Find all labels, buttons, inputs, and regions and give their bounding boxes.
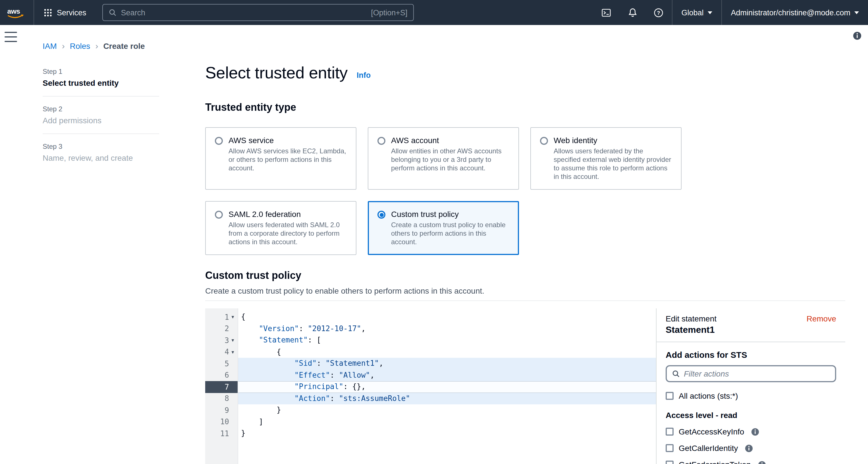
radio-button[interactable]: [540, 137, 548, 145]
help-button[interactable]: ?: [646, 0, 672, 25]
breadcrumb: IAM Roles Create role: [43, 41, 145, 51]
entity-card-title: AWS account: [391, 136, 509, 145]
entity-card-description: Create a custom trust policy to enable o…: [391, 221, 509, 246]
action-label: GetAccessKeyInfo: [679, 427, 744, 436]
top-navigation: aws Services Search [Option+S]: [0, 0, 868, 25]
token-punct: :: [330, 371, 339, 379]
notifications-button[interactable]: [619, 0, 646, 25]
info-panel-toggle[interactable]: [852, 31, 862, 42]
entity-card-aws-account[interactable]: AWS accountAllow entities in other AWS a…: [368, 127, 519, 190]
editor-gutter: 1▾23▾4▾567891011: [205, 308, 238, 464]
entity-card-web-identity[interactable]: Web identityAllows users federated by th…: [530, 127, 682, 190]
radio-button[interactable]: [377, 137, 385, 145]
aws-logo-icon: aws: [6, 6, 27, 19]
token-key: "Sid": [294, 359, 317, 367]
entity-card-custom-trust-policy[interactable]: Custom trust policyCreate a custom trust…: [368, 201, 519, 255]
line-number: 10: [220, 418, 229, 426]
action-checkbox[interactable]: [665, 444, 674, 452]
breadcrumb-link-iam[interactable]: IAM: [43, 41, 57, 50]
radio-button[interactable]: [377, 211, 385, 219]
fold-arrow-icon[interactable]: ▾: [229, 314, 237, 320]
cloudshell-button[interactable]: [593, 0, 619, 25]
code-line-6[interactable]: "Effect": "Allow",: [238, 369, 656, 381]
gutter-line-9[interactable]: 9: [205, 404, 238, 416]
account-menu[interactable]: Administrator/christine@mode.com: [721, 0, 868, 25]
entity-card-description: Allow AWS services like EC2, Lambda, or …: [228, 147, 347, 173]
action-info-icon[interactable]: [751, 427, 760, 436]
entity-card-body: AWS accountAllow entities in other AWS a…: [391, 136, 509, 181]
section-divider: [205, 300, 845, 301]
region-label: Global: [681, 8, 704, 17]
gutter-line-8[interactable]: 8: [205, 393, 238, 404]
breadcrumb-link-roles[interactable]: Roles: [70, 41, 90, 50]
gutter-line-6[interactable]: 6: [205, 369, 238, 381]
wizard-steps: Step 1 Select trusted entity Step 2 Add …: [43, 64, 159, 176]
action-checkbox[interactable]: [665, 461, 674, 464]
chevron-down-icon: [707, 11, 712, 14]
entity-card-description: Allow entities in other AWS accounts bel…: [391, 147, 509, 173]
editor-code[interactable]: { "Version": "2012-10-17", "Statement": …: [238, 308, 656, 464]
fold-arrow-icon[interactable]: ▾: [229, 349, 237, 355]
entity-type-heading: Trusted entity type: [205, 102, 845, 113]
services-grid-icon: [44, 9, 52, 16]
token-key: "Action": [294, 394, 330, 402]
account-label: Administrator/christine@mode.com: [731, 8, 850, 17]
remove-statement-link[interactable]: Remove: [807, 314, 836, 323]
global-search-input[interactable]: Search [Option+S]: [102, 4, 414, 21]
fold-arrow-icon[interactable]: ▾: [229, 338, 237, 343]
entity-card-saml-2-0-federation[interactable]: SAML 2.0 federationAllow users federated…: [205, 201, 356, 255]
info-link[interactable]: Info: [357, 71, 371, 82]
gutter-line-1[interactable]: 1▾: [205, 311, 238, 323]
entity-card-title: Web identity: [554, 136, 672, 145]
code-line-8[interactable]: "Action": "sts:AssumeRole": [238, 393, 656, 404]
token-punct: : [: [308, 336, 321, 344]
gutter-line-2[interactable]: 2: [205, 323, 238, 334]
action-info-icon[interactable]: [758, 460, 766, 464]
step-title: Add permissions: [43, 116, 159, 125]
all-actions-checkbox[interactable]: [665, 392, 674, 400]
line-number: 7: [224, 383, 229, 391]
top-navigation-right: ? Global Administrator/christine@mode.co…: [593, 0, 868, 25]
token-plain: [241, 359, 294, 367]
code-line-11[interactable]: }: [238, 428, 656, 439]
token-key: "Principal": [294, 382, 343, 391]
access-level-read-heading: Access level - read: [665, 410, 836, 420]
region-selector[interactable]: Global: [672, 0, 721, 25]
aws-logo[interactable]: aws: [0, 0, 34, 25]
code-line-3[interactable]: "Statement": [: [238, 334, 656, 346]
line-number: 4: [224, 348, 229, 356]
code-line-4[interactable]: {: [238, 346, 656, 358]
step-label: Step 3: [43, 142, 159, 151]
token-key: "Statement": [259, 336, 308, 344]
filter-actions-input[interactable]: [684, 369, 830, 378]
token-punct: ]: [241, 417, 263, 426]
action-info-icon[interactable]: [745, 444, 753, 452]
code-line-1[interactable]: {: [238, 311, 656, 323]
gutter-line-3[interactable]: 3▾: [205, 334, 238, 346]
custom-policy-description: Create a custom trust policy to enable o…: [205, 286, 845, 295]
action-checkbox[interactable]: [665, 428, 674, 436]
radio-button[interactable]: [215, 211, 223, 219]
radio-button[interactable]: [215, 137, 223, 145]
step-label: Step 1: [43, 68, 159, 75]
page-title: Select trusted entity: [205, 64, 348, 82]
token-punct: ,: [379, 359, 383, 367]
gutter-line-11[interactable]: 11: [205, 428, 238, 439]
entity-card-aws-service[interactable]: AWS serviceAllow AWS services like EC2, …: [205, 127, 356, 190]
all-actions-row: All actions (sts:*): [665, 391, 836, 400]
code-line-10[interactable]: ]: [238, 416, 656, 428]
token-plain: [241, 394, 294, 402]
entity-card-body: Custom trust policyCreate a custom trust…: [391, 209, 509, 246]
code-line-5[interactable]: "Sid": "Statement1",: [238, 358, 656, 369]
services-menu[interactable]: Services: [34, 0, 97, 25]
gutter-line-7[interactable]: 7: [205, 381, 238, 393]
gutter-line-5[interactable]: 5: [205, 358, 238, 369]
gutter-line-4[interactable]: 4▾: [205, 346, 238, 358]
gutter-line-10[interactable]: 10: [205, 416, 238, 428]
wizard-step-1[interactable]: Step 1 Select trusted entity: [43, 64, 159, 97]
code-line-9[interactable]: }: [238, 404, 656, 416]
wizard-step-3: Step 3 Name, review, and create: [43, 139, 159, 171]
hamburger-menu-icon[interactable]: [4, 32, 17, 42]
code-line-2[interactable]: "Version": "2012-10-17",: [238, 323, 656, 334]
code-line-7[interactable]: "Principal": {},: [238, 381, 656, 393]
